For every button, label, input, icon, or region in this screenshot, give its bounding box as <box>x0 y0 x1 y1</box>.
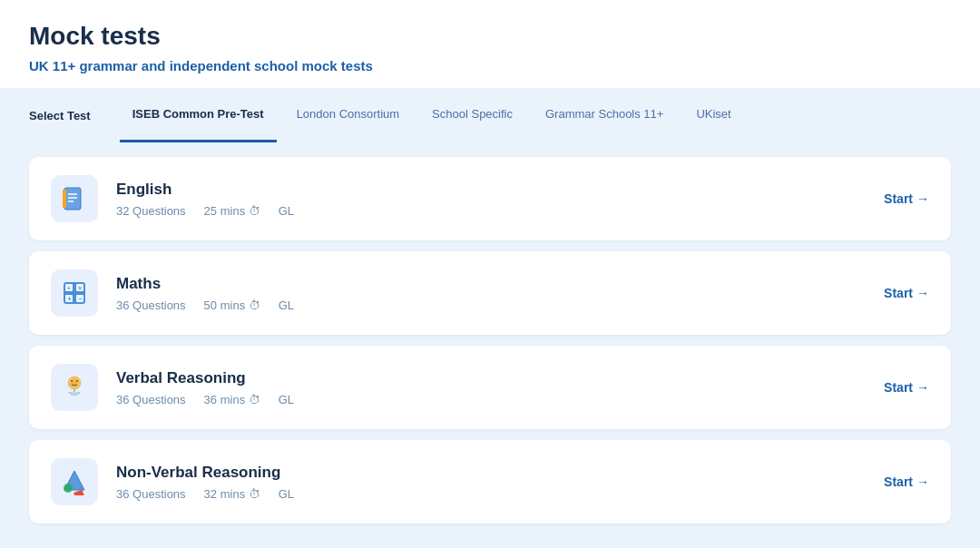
english-name: English <box>116 181 884 199</box>
maths-start-button[interactable]: Start → <box>884 286 929 300</box>
maths-icon: ÷ × + − <box>51 269 98 317</box>
svg-text:÷: ÷ <box>67 285 71 291</box>
svg-rect-23 <box>74 490 85 495</box>
maths-questions: 36 Questions <box>116 298 186 312</box>
verbal-provider: GL <box>279 393 294 406</box>
svg-text:×: × <box>78 285 82 291</box>
verbal-duration: 36 mins ⏱ <box>204 393 260 406</box>
verbal-info: Verbal Reasoning 36 Questions 36 mins ⏱ … <box>116 369 884 406</box>
nonverbal-name: Non-Verbal Reasoning <box>116 464 884 482</box>
maths-info: Maths 36 Questions 50 mins ⏱ GL <box>116 275 884 312</box>
nonverbal-info: Non-Verbal Reasoning 36 Questions 32 min… <box>116 464 884 501</box>
page-header: Mock tests UK 11+ grammar and independen… <box>0 0 980 88</box>
nonverbal-start-button[interactable]: Start → <box>884 475 929 489</box>
svg-point-19 <box>76 380 78 382</box>
english-icon <box>51 175 98 222</box>
page-subtitle: UK 11+ grammar and independent school mo… <box>29 58 951 73</box>
svg-point-18 <box>71 380 73 382</box>
maths-duration: 50 mins ⏱ <box>204 298 260 312</box>
verbal-start-label: Start <box>884 380 913 395</box>
navigation-bar: Select Test ISEB Common Pre-TestLondon C… <box>0 88 980 142</box>
verbal-start-button[interactable]: Start → <box>884 380 929 395</box>
test-card-english: English 32 Questions 25 mins ⏱ GL Start … <box>29 157 951 240</box>
english-provider: GL <box>279 204 294 218</box>
verbal-icon <box>51 364 98 411</box>
nonverbal-duration: 32 mins ⏱ <box>204 487 260 501</box>
test-card-verbal: Verbal Reasoning 36 Questions 36 mins ⏱ … <box>29 346 951 429</box>
content-area: English 32 Questions 25 mins ⏱ GL Start … <box>0 142 980 548</box>
verbal-name: Verbal Reasoning <box>116 369 884 387</box>
svg-text:+: + <box>68 296 72 302</box>
nonverbal-provider: GL <box>279 487 294 501</box>
nonverbal-meta: 36 Questions 32 mins ⏱ GL <box>116 487 884 501</box>
english-duration: 25 mins ⏱ <box>204 204 260 218</box>
nav-tab-grammar[interactable]: Grammar Schools 11+ <box>533 88 676 142</box>
maths-name: Maths <box>116 275 884 293</box>
svg-point-24 <box>64 484 73 493</box>
test-card-maths: ÷ × + − Maths 36 Questions 50 mins ⏱ GL … <box>29 251 951 335</box>
maths-start-arrow: → <box>916 286 929 300</box>
english-start-button[interactable]: Start → <box>884 191 929 206</box>
english-questions: 32 Questions <box>116 204 186 218</box>
svg-rect-0 <box>64 188 81 210</box>
english-info: English 32 Questions 25 mins ⏱ GL <box>116 181 884 218</box>
verbal-start-arrow: → <box>916 380 929 395</box>
verbal-questions: 36 Questions <box>116 393 186 406</box>
english-start-arrow: → <box>916 191 929 206</box>
svg-text:−: − <box>79 296 83 302</box>
page-title: Mock tests <box>29 22 951 51</box>
nav-tab-london[interactable]: London Consortium <box>284 88 412 142</box>
nonverbal-start-label: Start <box>884 475 913 489</box>
verbal-meta: 36 Questions 36 mins ⏱ GL <box>116 393 884 406</box>
nav-tab-iseb[interactable]: ISEB Common Pre-Test <box>120 88 277 142</box>
maths-provider: GL <box>279 298 294 312</box>
nav-tab-ukiset[interactable]: UKiset <box>683 88 743 142</box>
nonverbal-start-arrow: → <box>916 475 929 489</box>
english-meta: 32 Questions 25 mins ⏱ GL <box>116 204 884 218</box>
maths-start-label: Start <box>884 286 913 300</box>
svg-rect-5 <box>63 190 66 208</box>
nav-label: Select Test <box>29 109 91 122</box>
nonverbal-icon <box>51 458 98 505</box>
nonverbal-questions: 36 Questions <box>116 487 186 501</box>
maths-meta: 36 Questions 50 mins ⏱ GL <box>116 298 884 312</box>
english-start-label: Start <box>884 191 913 206</box>
nav-tabs: ISEB Common Pre-TestLondon ConsortiumSch… <box>120 88 744 142</box>
nav-tab-school[interactable]: School Specific <box>419 88 525 142</box>
test-card-nonverbal: Non-Verbal Reasoning 36 Questions 32 min… <box>29 440 951 524</box>
